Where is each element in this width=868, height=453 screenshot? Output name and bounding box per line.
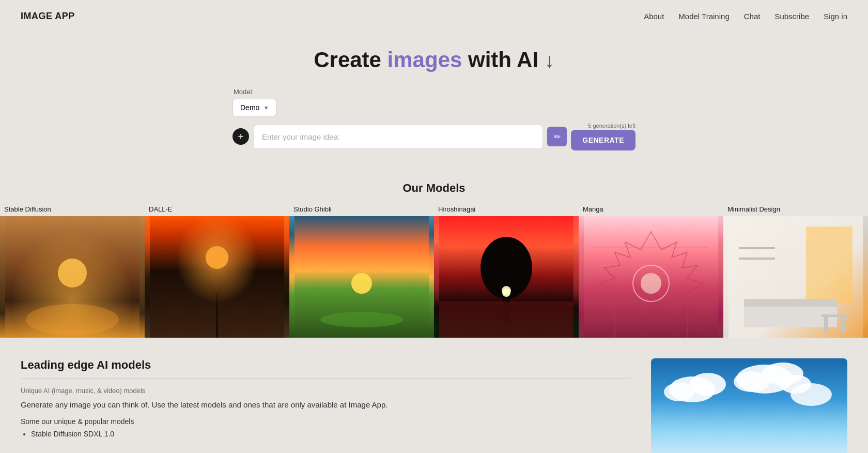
svg-point-10 [320, 312, 403, 327]
leading-desc: Generate any image you can think of. Use… [21, 399, 630, 411]
nav-subscribe[interactable]: Subscribe [774, 12, 809, 21]
nav-about[interactable]: About [644, 12, 664, 21]
svg-point-12 [481, 237, 532, 299]
svg-rect-3 [150, 216, 284, 338]
hero-title-arrow: ↓ [545, 50, 554, 71]
svg-line-5 [196, 268, 217, 294]
models-title: Our Models [0, 182, 868, 195]
model-card-label: DALL-E [145, 203, 289, 216]
leading-subtitle: Unique AI (image, music, & video) models [21, 387, 630, 395]
chevron-down-icon: ▼ [264, 105, 269, 111]
generations-left-badge: 5 generation(s) left [588, 123, 636, 129]
svg-point-36 [734, 371, 770, 392]
leading-list: Stable Diffusion SDXL 1.0 [21, 430, 630, 438]
model-card-label: Studio Ghibli [289, 203, 434, 216]
add-attachment-button[interactable]: + [233, 128, 249, 145]
hero-title-suffix: with AI [462, 48, 544, 72]
svg-point-38 [780, 375, 811, 394]
models-grid: Stable Diffusion [0, 203, 868, 338]
model-card-image-stable-diffusion [0, 216, 145, 338]
model-card-label: Minimalist Design [723, 203, 868, 216]
nav-sign-in[interactable]: Sign in [824, 12, 847, 21]
nav: About Model Training Chat Subscribe Sign… [644, 12, 847, 21]
leading-title: Leading edge AI models [21, 358, 630, 379]
svg-point-33 [664, 383, 695, 401]
model-card-minimalist[interactable]: Minimalist Design [723, 203, 868, 338]
model-selected: Demo [240, 103, 259, 112]
header: IMAGE APP About Model Training Chat Subs… [0, 0, 868, 32]
prompt-row: + ✏ 5 generation(s) left GENERATE [233, 123, 636, 150]
model-card-label: Manga [579, 203, 723, 216]
generate-button[interactable]: GENERATE [571, 130, 636, 150]
model-card-ghibli[interactable]: Studio Ghibli [289, 203, 434, 338]
models-section: Our Models Stable Diffusion [0, 182, 868, 338]
magic-edit-button[interactable]: ✏ [547, 127, 567, 146]
model-dropdown[interactable]: Demo ▼ [233, 99, 276, 116]
svg-rect-23 [744, 299, 837, 307]
hero-section: Create images with AI ↓ Model: Demo ▼ + … [0, 32, 868, 161]
model-card-image-ghibli [289, 216, 434, 338]
model-card-image-hiroshi [434, 216, 579, 338]
svg-point-4 [206, 246, 228, 269]
model-card-stable-diffusion[interactable]: Stable Diffusion [0, 203, 145, 338]
prompt-input[interactable] [253, 125, 543, 149]
model-card-label: Stable Diffusion [0, 203, 145, 216]
model-card-dalle[interactable]: DALL-E [145, 203, 289, 338]
svg-rect-29 [841, 317, 845, 333]
svg-point-14 [502, 289, 510, 297]
model-card-image-minimalist [723, 216, 868, 338]
generate-wrapper: 5 generation(s) left GENERATE [571, 123, 636, 150]
list-item: Stable Diffusion SDXL 1.0 [31, 430, 630, 438]
logo: IMAGE APP [21, 11, 75, 22]
pencil-icon: ✏ [554, 132, 561, 142]
hero-title: Create images with AI ↓ [10, 48, 858, 72]
leading-section: Leading edge AI models Unique AI (image,… [0, 338, 868, 453]
svg-line-6 [217, 273, 233, 294]
svg-point-1 [58, 259, 87, 288]
hero-title-prefix: Create [314, 48, 387, 72]
svg-point-9 [351, 273, 372, 294]
svg-point-20 [641, 273, 661, 294]
nav-chat[interactable]: Chat [744, 12, 761, 21]
model-card-image-dalle [145, 216, 289, 338]
svg-point-2 [26, 304, 119, 335]
leading-text: Leading edge AI models Unique AI (image,… [21, 358, 630, 440]
model-card-hiroshi[interactable]: Hiroshinagai [434, 203, 579, 338]
nav-model-training[interactable]: Model Training [678, 12, 729, 21]
svg-rect-0 [5, 216, 140, 338]
model-card-image-manga [579, 216, 723, 338]
leading-image [651, 358, 847, 453]
svg-rect-26 [739, 258, 775, 260]
model-section: Model: Demo ▼ [233, 88, 636, 123]
svg-rect-28 [824, 317, 828, 333]
svg-rect-25 [739, 247, 775, 249]
svg-rect-15 [439, 301, 574, 338]
svg-point-32 [690, 373, 726, 396]
model-label: Model: [233, 88, 254, 96]
hero-title-highlight: images [388, 48, 462, 72]
svg-rect-27 [822, 314, 847, 317]
model-card-label: Hiroshinagai [434, 203, 579, 216]
svg-rect-22 [806, 226, 853, 304]
leading-popular: Some our unique & popular models [21, 417, 630, 426]
model-card-manga[interactable]: Manga [579, 203, 723, 338]
